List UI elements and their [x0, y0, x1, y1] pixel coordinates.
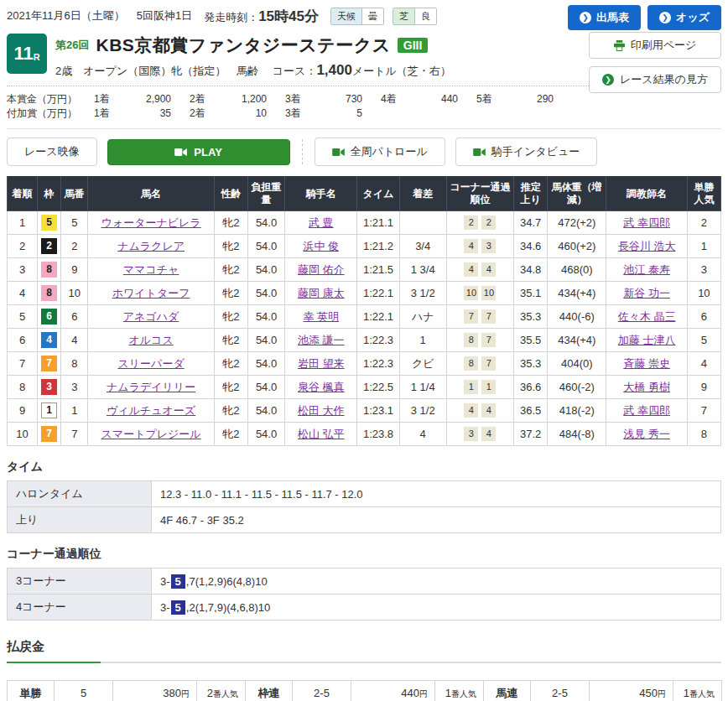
finish-position: 8 [8, 376, 38, 399]
bet-type-label: 馬連 [484, 681, 531, 701]
payout-table: 単勝5380円2番人気枠連2-5440円1番人気馬連2-5450円1番人気複勝5… [7, 680, 722, 701]
trainer-link[interactable]: 佐々木 晶三 [618, 310, 676, 323]
entries-button[interactable]: ❯ 出馬表 [568, 5, 641, 30]
sex-age: 牝2 [214, 235, 247, 258]
results-column-header: 推定上り [514, 177, 548, 211]
trainer-link[interactable]: 池江 泰寿 [623, 263, 670, 276]
jockey-link[interactable]: 藤岡 康太 [298, 287, 345, 299]
trainer-link[interactable]: 武 幸四郎 [623, 216, 670, 229]
win-favorite: 10 [687, 282, 720, 305]
corner-section-title: コーナー通過順位 [7, 547, 721, 562]
results-header-row: 着順枠馬番馬名性齢負担重量騎手名タイム着差コーナー通過順位推定上り馬体重（増減）… [8, 177, 721, 211]
bet-combination: 5 [55, 681, 113, 701]
time-row: ハロンタイム12.3 - 11.0 - 11.1 - 11.5 - 11.5 -… [8, 481, 721, 507]
play-button[interactable]: PLAY [107, 139, 290, 165]
results-column-header: 馬名 [88, 177, 215, 211]
bet-payout-amount: 440円 [351, 681, 435, 701]
finish-time: 1:22.1 [357, 305, 399, 329]
race-date: 2021年11月6日（土曜） [7, 8, 125, 23]
trainer-cell: 加藤 士津八 [606, 329, 687, 352]
horse-name-link[interactable]: アネゴハダ [123, 310, 179, 323]
frame-number: 7 [41, 356, 57, 371]
finish-position: 10 [8, 423, 38, 446]
corner-position: 7 [464, 309, 478, 324]
corner-positions: 43 [446, 235, 513, 258]
sex-age: 牝2 [214, 258, 247, 282]
sex-age: 牝2 [214, 329, 247, 352]
results-column-header: 単勝人気 [687, 177, 720, 211]
trainer-link[interactable]: 新谷 功一 [623, 287, 670, 299]
carried-weight: 54.0 [247, 305, 284, 329]
corner-position: 7 [481, 356, 496, 371]
last-3f: 36.6 [514, 376, 548, 399]
frame-number: 2 [41, 238, 57, 254]
frame-cell: 1 [38, 399, 61, 423]
trainer-link[interactable]: 加藤 士津八 [618, 334, 676, 346]
horse-name-link[interactable]: ナムラクレア [117, 240, 185, 252]
horse-name-link[interactable]: スマートプレジール [101, 428, 201, 440]
bet-type-label: 枠連 [246, 681, 293, 701]
jockey-link[interactable]: 池添 謙一 [298, 334, 345, 346]
bet-combination: 2-5 [531, 681, 590, 701]
bet-popularity: 1番人気 [673, 681, 722, 701]
margin: 4 [399, 423, 446, 446]
arrow-circle-icon: ❯ [580, 12, 591, 23]
print-page-button[interactable]: 印刷用ページ [589, 32, 721, 59]
jockey-link[interactable]: 松田 大作 [298, 404, 345, 417]
jockey-cell: 松山 弘平 [285, 423, 357, 446]
horse-name-cell: ナムラデイリリー [88, 376, 215, 399]
trainer-link[interactable]: 武 幸四郎 [623, 404, 670, 417]
margin: 1 1/4 [399, 376, 446, 399]
prize-rank: 5着 [476, 92, 507, 106]
trainer-cell: 大橋 勇樹 [606, 376, 687, 399]
result-guide-button[interactable]: ❯ レース結果の見方 [589, 66, 721, 93]
jockey-link[interactable]: 泉谷 楓真 [298, 381, 345, 393]
horse-name-link[interactable]: ナムラデイリリー [107, 381, 195, 393]
horse-name-link[interactable]: ウォーターナビレラ [101, 216, 201, 229]
trainer-link[interactable]: 浅見 秀一 [623, 428, 670, 440]
sex-age: 牝2 [214, 352, 247, 376]
trainer-link[interactable]: 長谷川 浩大 [618, 240, 676, 252]
grade-badge: GIII [398, 38, 429, 53]
meeting-label: 5回阪神1日 [137, 8, 192, 23]
horse-name-link[interactable]: スリーパーダ [117, 357, 184, 370]
jockey-link[interactable]: 武 豊 [309, 216, 334, 229]
jockey-interview-button[interactable]: 騎手インタビュー [455, 138, 598, 166]
race-result-page: 2021年11月6日（土曜） 5回阪神1日 発走時刻：15時45分 天候 曇 芝… [0, 0, 728, 701]
jockey-link[interactable]: 松山 弘平 [298, 428, 345, 440]
corner-table: 3コーナー3-5,7(1,2,9)6(4,8)104コーナー3-5,2(1,7,… [7, 568, 721, 621]
frame-cell: 4 [38, 329, 61, 352]
jockey-link[interactable]: 幸 英明 [303, 310, 339, 323]
win-favorite: 4 [687, 352, 720, 376]
race-video-button[interactable]: レース映像 [7, 138, 97, 166]
jockey-link[interactable]: 浜中 俊 [303, 240, 339, 252]
trainer-link[interactable]: 大橋 勇樹 [623, 381, 670, 393]
time-row: 上り4F 46.7 - 3F 35.2 [8, 507, 721, 533]
jockey-link[interactable]: 藤岡 佑介 [298, 263, 345, 276]
corner-positions: 11 [446, 376, 513, 399]
margin: ハナ [399, 305, 446, 329]
horse-name-link[interactable]: オルコス [128, 334, 173, 346]
horse-name-link[interactable]: ホワイトターフ [112, 287, 190, 299]
trainer-cell: 浅見 秀一 [606, 423, 687, 446]
payout-title: 払戻金 [7, 639, 721, 655]
horse-name-link[interactable]: ママコチャ [123, 263, 179, 276]
horse-name-link[interactable]: ヴィルチュオーズ [107, 404, 195, 417]
frame-cell: 5 [38, 211, 61, 235]
finish-time: 1:22.3 [357, 329, 399, 352]
jockey-link[interactable]: 岩田 望来 [298, 357, 345, 370]
jockey-cell: 武 豊 [285, 211, 357, 235]
corner-position: 7 [481, 333, 496, 347]
prize-added-values: 1着352着103着5 [94, 106, 381, 121]
trainer-cell: 武 幸四郎 [606, 211, 687, 235]
odds-button[interactable]: ❯ オッズ [647, 5, 721, 30]
results-column-header: 枠 [38, 177, 61, 211]
trainer-link[interactable]: 斉藤 崇史 [623, 357, 670, 370]
corner-position: 4 [481, 262, 496, 277]
corner-position: 10 [464, 286, 478, 300]
results-column-header: 性齢 [214, 177, 247, 211]
sex-age: 牝2 [214, 305, 247, 329]
win-favorite: 6 [687, 305, 720, 329]
patrol-video-button[interactable]: 全周パトロール [315, 138, 445, 166]
horse-number: 6 [61, 305, 88, 329]
